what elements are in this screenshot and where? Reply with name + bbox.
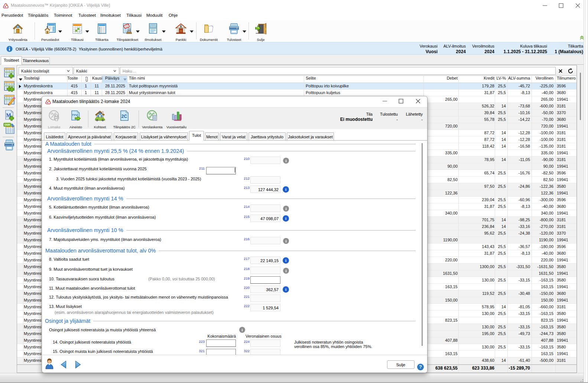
svg-text:OSR: OSR: [4, 123, 10, 126]
svg-text:$: $: [180, 24, 182, 28]
svg-text:2C: 2C: [121, 114, 127, 119]
svg-text:TYVI: TYVI: [72, 113, 78, 117]
